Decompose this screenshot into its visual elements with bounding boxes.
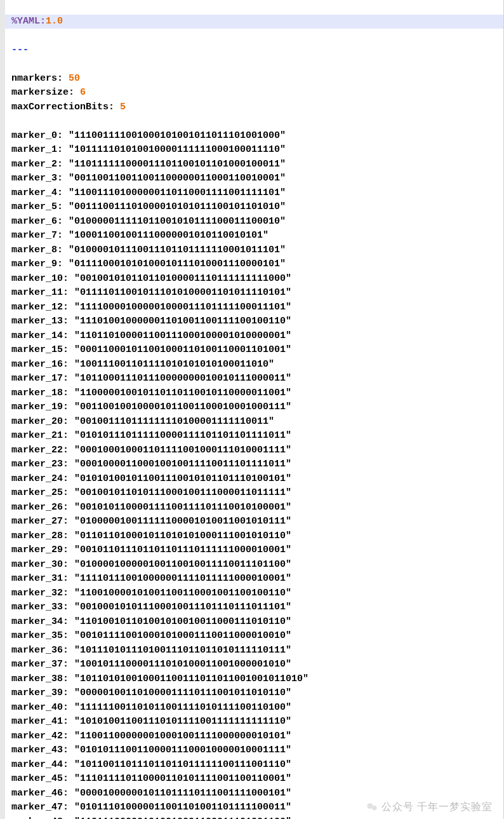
marker-key: marker_6: bbox=[11, 216, 69, 227]
marker-line: marker_34: "1101001011010010100100110001… bbox=[11, 615, 500, 630]
meta-section: nmarkers: 50markersize: 6maxCorrectionBi… bbox=[11, 72, 500, 115]
marker-line: marker_38: "1011010100100011001110110110… bbox=[11, 672, 500, 687]
marker-value: "110011101000000110110001111001111101" bbox=[69, 187, 286, 198]
meta-value: 5 bbox=[120, 102, 126, 112]
markers-section: marker_0: "11100111100100010100101101110… bbox=[11, 129, 500, 820]
meta-line: maxCorrectionBits: 5 bbox=[11, 100, 500, 115]
marker-key: marker_8: bbox=[11, 245, 69, 255]
marker-key: marker_37: bbox=[11, 659, 74, 670]
marker-key: marker_48: bbox=[11, 816, 74, 820]
marker-key: marker_16: bbox=[11, 359, 74, 370]
marker-key: marker_34: bbox=[11, 616, 74, 627]
marker-value: "000100001100010010011110011101111011" bbox=[74, 459, 291, 470]
marker-key: marker_26: bbox=[11, 502, 74, 513]
meta-line: nmarkers: 50 bbox=[11, 72, 500, 86]
marker-line: marker_45: "1110111101100001101011110011… bbox=[11, 772, 500, 787]
marker-value: "101100110111011011011111100111001110" bbox=[74, 759, 291, 770]
marker-value: "010101110011000011100010000010001111" bbox=[74, 745, 291, 755]
marker-line: marker_43: "0101011100110000111000100000… bbox=[11, 743, 500, 758]
marker-key: marker_18: bbox=[11, 388, 74, 398]
marker-value: "001001110111111110100001111110011" bbox=[74, 416, 274, 427]
marker-key: marker_47: bbox=[11, 802, 74, 813]
marker-key: marker_40: bbox=[11, 702, 74, 713]
marker-key: marker_36: bbox=[11, 645, 74, 656]
marker-value: "110010000101001100110001001100100110" bbox=[74, 588, 291, 599]
marker-key: marker_32: bbox=[11, 588, 74, 599]
marker-key: marker_28: bbox=[11, 531, 74, 541]
marker-value: "001001011010111000100111000011011111" bbox=[74, 487, 291, 498]
marker-line: marker_4: "11001110100000011011000111100… bbox=[11, 186, 500, 201]
marker-value: "100101110000111010100011001000001010" bbox=[74, 659, 291, 670]
marker-value: "010101001011001110010101101110100101" bbox=[74, 473, 291, 484]
marker-value: "001000101011100010011101110111011101" bbox=[74, 602, 291, 613]
marker-key: marker_21: bbox=[11, 430, 74, 441]
marker-line: marker_2: "11011111100001110110010110100… bbox=[11, 158, 500, 172]
marker-key: marker_27: bbox=[11, 516, 74, 527]
marker-line: marker_22: "0001000100011011110010001110… bbox=[11, 443, 500, 458]
marker-line: marker_35: "0010111100100010100011100110… bbox=[11, 629, 500, 644]
meta-key: maxCorrectionBits: bbox=[11, 102, 120, 112]
marker-key: marker_45: bbox=[11, 773, 74, 784]
marker-line: marker_5: "00111001110100001010101110010… bbox=[11, 200, 500, 215]
marker-key: marker_23: bbox=[11, 459, 74, 470]
marker-line: marker_17: "1011000111011100000000100101… bbox=[11, 372, 500, 386]
marker-line: marker_48: "1101110000010100100011000111… bbox=[11, 815, 500, 820]
marker-key: marker_0: bbox=[11, 130, 69, 141]
marker-line: marker_15: "0001100010110010001101001100… bbox=[11, 343, 500, 358]
marker-line: marker_42: "1100110000000100010011110000… bbox=[11, 729, 500, 744]
marker-value: "110100101101001010010011000111010110" bbox=[74, 616, 291, 627]
marker-value: "110111111000011101100101101000100011" bbox=[69, 159, 286, 170]
marker-key: marker_33: bbox=[11, 602, 74, 613]
marker-key: marker_38: bbox=[11, 673, 74, 684]
meta-line: markersize: 6 bbox=[11, 86, 500, 100]
marker-line: marker_21: "0101011101111100001111011011… bbox=[11, 429, 500, 443]
marker-value: "001011011101101101110111111000010001" bbox=[74, 545, 291, 555]
marker-line: marker_47: "0101110100000110011010011011… bbox=[11, 801, 500, 815]
marker-key: marker_14: bbox=[11, 330, 74, 341]
marker-line: marker_6: "01000001111101100101011110001… bbox=[11, 215, 500, 229]
meta-key: nmarkers: bbox=[11, 73, 69, 84]
marker-value: "001010110000111100111101110010100001" bbox=[74, 502, 291, 513]
marker-value: "000001001101000011110111001011010110" bbox=[74, 687, 291, 698]
marker-key: marker_31: bbox=[11, 573, 74, 584]
marker-value: "111011110110000110101111001100110001" bbox=[74, 773, 291, 784]
marker-line: marker_3: "00110011001100110000001100011… bbox=[11, 172, 500, 186]
yaml-directive-line: %YAML:1.0 bbox=[5, 15, 503, 29]
marker-value: "001110011101000010101011100101101010" bbox=[69, 201, 286, 212]
marker-value: "111001111001000101001011011101001000" bbox=[69, 130, 286, 141]
marker-value: "100011001001110000001010110010101" bbox=[69, 230, 269, 241]
marker-line: marker_19: "0011001001000010110011000100… bbox=[11, 400, 500, 415]
marker-line: marker_9: "01111000101010001011101000111… bbox=[11, 257, 500, 272]
meta-value: 6 bbox=[80, 87, 86, 98]
marker-line: marker_24: "0101010010110011100101011011… bbox=[11, 472, 500, 487]
marker-line: marker_37: "1001011100001110101000110010… bbox=[11, 658, 500, 672]
marker-key: marker_39: bbox=[11, 687, 74, 698]
marker-value: "010101110111110000111101101101111011" bbox=[74, 430, 291, 441]
marker-value: "101100011101110000000010010111000011" bbox=[74, 373, 291, 384]
marker-key: marker_24: bbox=[11, 473, 74, 484]
marker-key: marker_3: bbox=[11, 173, 69, 184]
yaml-doc-marker: --- bbox=[11, 43, 500, 58]
marker-key: marker_11: bbox=[11, 287, 74, 298]
marker-line: marker_31: "1111011100100000011110111110… bbox=[11, 572, 500, 586]
marker-value: "110011000000010001001111000000010101" bbox=[74, 731, 291, 741]
marker-value: "000010000001011011110111001111000101" bbox=[74, 788, 291, 799]
marker-value: "010000101110011101101111110001011101" bbox=[69, 245, 286, 255]
marker-value: "001100100100001011001100010001000111" bbox=[74, 402, 291, 412]
marker-key: marker_20: bbox=[11, 416, 74, 427]
marker-value: "111010010000001101001100111100100110" bbox=[74, 316, 291, 327]
marker-line: marker_16: "1001110011011110101010101000… bbox=[11, 358, 500, 372]
marker-value: "101111101010010000111111000100011110" bbox=[69, 144, 286, 155]
marker-key: marker_5: bbox=[11, 201, 69, 212]
marker-value: "011110110010111010100001101011110101" bbox=[74, 287, 291, 298]
marker-line: marker_33: "0010001010111000100111011101… bbox=[11, 600, 500, 615]
marker-value: "111101110010000001111011111000010001" bbox=[74, 573, 291, 584]
marker-key: marker_17: bbox=[11, 373, 74, 384]
marker-line: marker_7: "10001100100111000000101011001… bbox=[11, 229, 500, 243]
marker-value: "101101010010001100111011011001001011010… bbox=[74, 673, 308, 684]
marker-value: "001011110010001010001110011000010010" bbox=[74, 630, 291, 641]
marker-line: marker_27: "0100000100111111000010100110… bbox=[11, 515, 500, 529]
marker-line: marker_36: "1011101011101001110110110101… bbox=[11, 644, 500, 658]
marker-value: "101010011001110101111001111111111110" bbox=[74, 716, 291, 727]
marker-line: marker_11: "0111101100101110101000011010… bbox=[11, 286, 500, 301]
